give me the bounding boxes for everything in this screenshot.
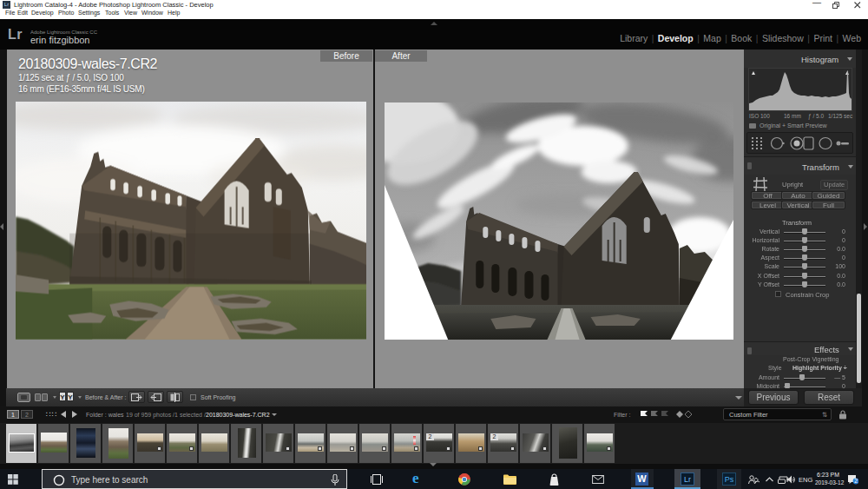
- svg-text:2: 2: [854, 478, 858, 484]
